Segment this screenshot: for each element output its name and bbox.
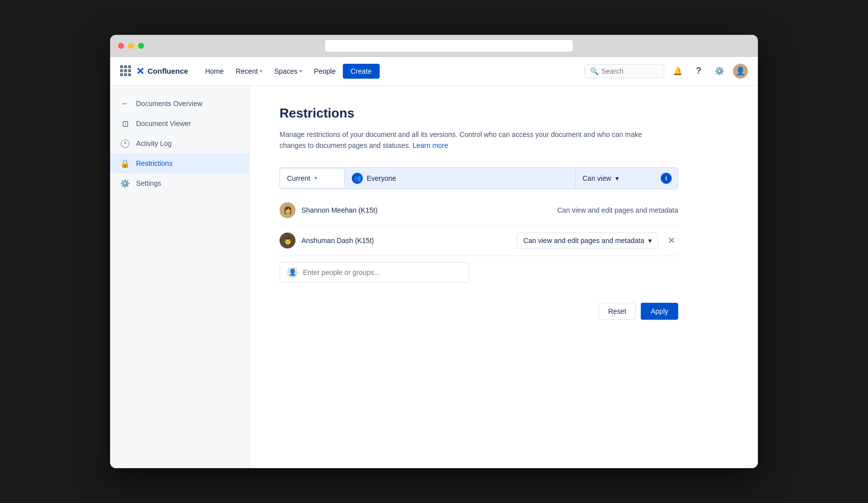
sidebar-item-label: Documents Overview xyxy=(136,100,202,108)
remove-anshuman-button[interactable]: ✕ xyxy=(664,234,678,248)
footer-actions: Reset Apply xyxy=(280,303,678,320)
current-restriction-row: Current ▾ 👥 Everyone Can view ▾ i xyxy=(280,167,678,189)
close-button[interactable] xyxy=(118,43,124,49)
chevron-down-icon: ▾ xyxy=(260,68,262,74)
nav-people[interactable]: People xyxy=(309,64,341,78)
bell-icon: 🔔 xyxy=(673,66,683,76)
chevron-down-icon: ▾ xyxy=(648,237,652,245)
reset-button[interactable]: Reset xyxy=(598,303,636,320)
sidebar-item-restrictions[interactable]: 🔒 Restrictions xyxy=(110,153,249,173)
search-icon: 🔍 xyxy=(590,67,598,75)
can-view-dropdown[interactable]: Can view ▾ xyxy=(575,169,655,187)
everyone-label: Everyone xyxy=(367,174,396,182)
user-row-anshuman: 👨 Anshuman Dash (K15t) Can view and edit… xyxy=(280,226,678,256)
url-bar[interactable] xyxy=(324,39,574,52)
add-people-input[interactable] xyxy=(303,268,461,276)
shannon-avatar: 👩 xyxy=(280,202,295,218)
add-people-input-box[interactable]: 👤 xyxy=(280,262,469,283)
notifications-button[interactable]: 🔔 xyxy=(670,64,685,79)
create-button[interactable]: Create xyxy=(343,64,380,79)
apply-button[interactable]: Apply xyxy=(641,303,678,320)
avatar-image: 👨 xyxy=(284,237,292,245)
page-title: Restrictions xyxy=(280,106,728,121)
confluence-icon: ✕ xyxy=(136,65,145,77)
nav-recent-label: Recent xyxy=(236,67,258,75)
logo-group: ✕ Confluence xyxy=(120,65,188,77)
doc-icon: ⊡ xyxy=(120,119,130,128)
chevron-down-icon: ▾ xyxy=(314,175,317,181)
gear-icon: ⚙️ xyxy=(715,66,724,76)
back-arrow-icon: ← xyxy=(120,99,130,109)
question-icon: ? xyxy=(696,66,702,76)
sidebar: ← Documents Overview ⊡ Document Viewer 🕐… xyxy=(110,86,250,468)
info-icon: i xyxy=(665,175,667,182)
nav-spaces-label: Spaces xyxy=(274,67,297,75)
nav-links: Home Recent ▾ Spaces ▾ People Create xyxy=(200,64,580,79)
confluence-text: Confluence xyxy=(147,67,188,75)
search-box[interactable]: 🔍 xyxy=(584,64,664,78)
sidebar-item-label: Document Viewer xyxy=(136,120,191,127)
sidebar-item-documents-overview[interactable]: ← Documents Overview xyxy=(110,94,249,114)
confluence-logo[interactable]: ✕ Confluence xyxy=(136,65,188,77)
minimize-button[interactable] xyxy=(128,43,134,49)
nav-home[interactable]: Home xyxy=(200,64,229,78)
current-dropdown[interactable]: Current ▾ xyxy=(280,169,345,187)
page-layout: ← Documents Overview ⊡ Document Viewer 🕐… xyxy=(110,86,758,468)
sidebar-item-document-viewer[interactable]: ⊡ Document Viewer xyxy=(110,114,249,133)
clock-icon: 🕐 xyxy=(120,138,130,148)
gear-icon: ⚙️ xyxy=(120,178,130,188)
anshuman-name: Anshuman Dash (K15t) xyxy=(301,237,511,245)
everyone-icon: 👥 xyxy=(352,173,363,184)
title-bar xyxy=(110,35,758,57)
nav-spaces[interactable]: Spaces ▾ xyxy=(269,64,307,78)
sidebar-item-settings[interactable]: ⚙️ Settings xyxy=(110,173,249,193)
avatar-image: 👩 xyxy=(284,206,292,214)
avatar-initials: 👤 xyxy=(735,66,745,76)
help-button[interactable]: ? xyxy=(691,64,706,79)
chevron-down-icon: ▾ xyxy=(299,68,302,74)
user-row-shannon: 👩 Shannon Meehan (K15t) Can view and edi… xyxy=(280,195,678,226)
lock-icon: 🔒 xyxy=(120,158,130,168)
anshuman-permission-label: Can view and edit pages and metadata xyxy=(523,237,644,245)
apps-grid-icon[interactable] xyxy=(120,65,132,77)
sidebar-item-activity-log[interactable]: 🕐 Activity Log xyxy=(110,133,249,153)
shannon-name: Shannon Meehan (K15t) xyxy=(301,206,551,214)
user-avatar[interactable]: 👤 xyxy=(733,64,748,79)
current-dropdown-label: Current xyxy=(287,174,310,182)
person-circle-icon: 👤 xyxy=(289,268,296,276)
info-button[interactable]: i xyxy=(661,173,672,184)
anshuman-permission-dropdown[interactable]: Can view and edit pages and metadata ▾ xyxy=(517,233,658,249)
maximize-button[interactable] xyxy=(138,43,144,49)
mac-window: ✕ Confluence Home Recent ▾ Spaces ▾ Peop… xyxy=(110,35,758,468)
can-view-label: Can view xyxy=(582,174,611,182)
navbar: ✕ Confluence Home Recent ▾ Spaces ▾ Peop… xyxy=(110,57,758,86)
page-description: Manage restrictions of your document and… xyxy=(280,129,668,151)
shannon-permission: Can view and edit pages and metadata xyxy=(557,206,678,214)
sidebar-item-label: Activity Log xyxy=(136,139,172,147)
sidebar-item-label: Restrictions xyxy=(136,159,172,167)
anshuman-avatar: 👨 xyxy=(280,233,295,249)
nav-right: 🔍 🔔 ? ⚙️ 👤 xyxy=(584,64,748,79)
sidebar-item-label: Settings xyxy=(136,179,161,187)
add-people-row: 👤 xyxy=(280,262,678,283)
close-icon: ✕ xyxy=(668,235,675,246)
description-text: Manage restrictions of your document and… xyxy=(280,130,642,149)
main-content: Restrictions Manage restrictions of your… xyxy=(250,86,758,468)
learn-more-link[interactable]: Learn more xyxy=(413,141,448,149)
everyone-cell: 👥 Everyone xyxy=(345,168,575,189)
group-icon: 👥 xyxy=(354,175,361,182)
nav-home-label: Home xyxy=(205,67,224,75)
settings-button[interactable]: ⚙️ xyxy=(712,64,727,79)
search-input[interactable] xyxy=(601,67,659,75)
chevron-down-icon: ▾ xyxy=(615,174,619,182)
nav-recent[interactable]: Recent ▾ xyxy=(231,64,267,78)
person-icon: 👤 xyxy=(287,267,298,278)
nav-people-label: People xyxy=(314,67,336,75)
